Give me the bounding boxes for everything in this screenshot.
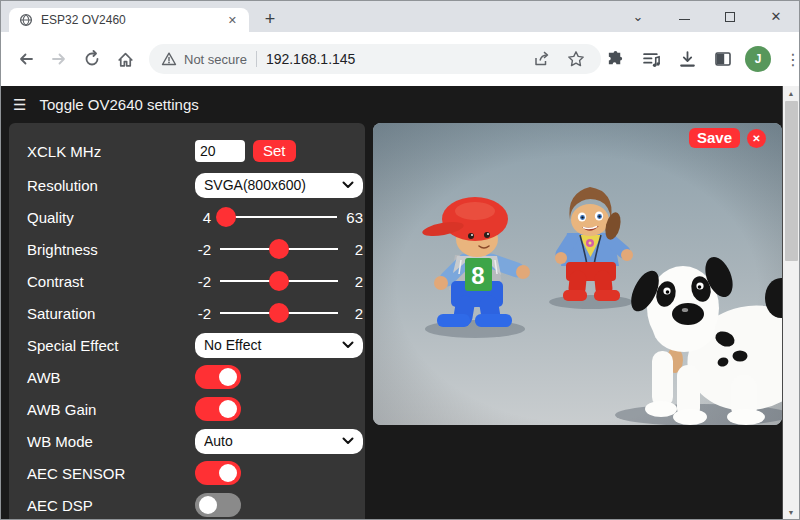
xclk-set-button[interactable]: Set bbox=[253, 140, 296, 162]
awb-gain-label: AWB Gain bbox=[27, 401, 195, 418]
resolution-select[interactable]: SVGA(800x600) bbox=[195, 173, 363, 198]
setting-row-awb-gain: AWB Gain bbox=[27, 393, 365, 425]
wb-mode-select[interactable]: Auto bbox=[195, 429, 363, 454]
setting-row-special-effect: Special Effect No Effect bbox=[27, 329, 365, 361]
share-icon[interactable] bbox=[529, 46, 555, 72]
slider-thumb[interactable] bbox=[269, 303, 289, 323]
scroll-up-icon[interactable]: ▲ bbox=[783, 86, 799, 101]
maximize-button[interactable] bbox=[707, 1, 753, 32]
special-effect-value: No Effect bbox=[204, 337, 342, 353]
chevron-down-icon bbox=[342, 437, 354, 445]
awb-gain-toggle[interactable] bbox=[195, 397, 241, 421]
brightness-slider[interactable]: -2 2 bbox=[195, 241, 363, 258]
awb-label: AWB bbox=[27, 369, 195, 386]
media-controls-icon[interactable] bbox=[637, 45, 665, 73]
omnibox-divider bbox=[256, 51, 257, 67]
slider-min: -2 bbox=[195, 273, 211, 290]
setting-row-awb: AWB bbox=[27, 361, 365, 393]
toggle-knob bbox=[219, 464, 237, 482]
camera-still-duplo-figures: 8 bbox=[373, 123, 782, 425]
not-secure-warning-icon bbox=[161, 51, 177, 67]
slider-max: 2 bbox=[347, 305, 363, 322]
back-button[interactable] bbox=[11, 44, 41, 74]
special-effect-label: Special Effect bbox=[27, 337, 195, 354]
tab-esp32[interactable]: ESP32 OV2460 ✕ bbox=[9, 8, 249, 32]
page-content: ☰ Toggle OV2640 settings XCLK MHz Set Re… bbox=[1, 86, 799, 520]
slider-min: 4 bbox=[195, 209, 211, 226]
home-button[interactable] bbox=[110, 44, 140, 74]
slider-thumb[interactable] bbox=[216, 207, 236, 227]
extensions-puzzle-icon[interactable] bbox=[601, 45, 629, 73]
awb-toggle[interactable] bbox=[195, 365, 241, 389]
wb-mode-label: WB Mode bbox=[27, 433, 195, 450]
slider-min: -2 bbox=[195, 305, 211, 322]
saturation-label: Saturation bbox=[27, 305, 195, 322]
profile-avatar[interactable]: J bbox=[745, 46, 771, 72]
browser-toolbar: Not secure 192.168.1.145 bbox=[1, 32, 799, 86]
slider-track[interactable] bbox=[220, 312, 338, 314]
tab-title: ESP32 OV2460 bbox=[41, 13, 224, 27]
slider-min: -2 bbox=[195, 241, 211, 258]
reload-button[interactable] bbox=[77, 44, 107, 74]
toggle-knob bbox=[219, 368, 237, 386]
chevron-down-icon bbox=[342, 341, 354, 349]
tab-search-icon[interactable]: ⌄ bbox=[615, 1, 661, 32]
xclk-input[interactable] bbox=[195, 140, 245, 162]
side-panel-icon[interactable] bbox=[709, 45, 737, 73]
setting-row-saturation: Saturation -2 2 bbox=[27, 297, 365, 329]
setting-row-wb-mode: WB Mode Auto bbox=[27, 425, 365, 457]
setting-row-xclk: XCLK MHz Set bbox=[27, 133, 365, 169]
minimize-button[interactable] bbox=[661, 1, 707, 32]
page-scrollbar[interactable]: ▲ ▼ bbox=[782, 86, 799, 520]
setting-row-contrast: Contrast -2 2 bbox=[27, 265, 365, 297]
scrollbar-thumb[interactable] bbox=[785, 101, 798, 261]
toggle-knob bbox=[199, 496, 217, 514]
aec-sensor-toggle[interactable] bbox=[195, 461, 241, 485]
preview-close-button[interactable]: ✕ bbox=[747, 129, 766, 148]
url-text[interactable]: 192.168.1.145 bbox=[266, 51, 356, 67]
toolbar-right-icons: J ⋮ bbox=[601, 45, 800, 73]
forward-button[interactable] bbox=[44, 44, 74, 74]
address-bar[interactable]: Not secure 192.168.1.145 bbox=[149, 44, 601, 74]
special-effect-select[interactable]: No Effect bbox=[195, 333, 363, 358]
quality-slider[interactable]: 4 63 bbox=[195, 209, 363, 226]
security-label[interactable]: Not secure bbox=[184, 52, 247, 67]
tab-close-icon[interactable]: ✕ bbox=[224, 14, 241, 27]
setting-row-resolution: Resolution SVGA(800x600) bbox=[27, 169, 365, 201]
resolution-value: SVGA(800x600) bbox=[204, 177, 342, 193]
save-button[interactable]: Save bbox=[689, 128, 740, 148]
wb-mode-value: Auto bbox=[204, 433, 342, 449]
new-tab-button[interactable]: + bbox=[257, 6, 283, 32]
contrast-slider[interactable]: -2 2 bbox=[195, 273, 363, 290]
setting-row-aec-dsp: AEC DSP bbox=[27, 489, 365, 520]
svg-text:8: 8 bbox=[471, 262, 484, 289]
scroll-down-icon[interactable]: ▼ bbox=[783, 505, 799, 520]
settings-panel: XCLK MHz Set Resolution SVGA(800x600) Qu… bbox=[9, 123, 365, 520]
slider-track[interactable] bbox=[220, 248, 338, 250]
aec-sensor-label: AEC SENSOR bbox=[27, 465, 195, 482]
browser-menu-icon[interactable]: ⋮ bbox=[779, 45, 800, 73]
window-controls: ⌄ ✕ bbox=[615, 1, 799, 32]
slider-thumb[interactable] bbox=[269, 271, 289, 291]
page-header: ☰ Toggle OV2640 settings bbox=[1, 86, 799, 123]
slider-track[interactable] bbox=[220, 280, 338, 282]
slider-thumb[interactable] bbox=[269, 239, 289, 259]
slider-max: 63 bbox=[346, 209, 363, 226]
aec-dsp-label: AEC DSP bbox=[27, 497, 195, 514]
menu-hamburger-icon[interactable]: ☰ bbox=[13, 96, 26, 114]
toggle-knob bbox=[219, 400, 237, 418]
globe-icon bbox=[19, 13, 33, 27]
xclk-label: XCLK MHz bbox=[27, 143, 195, 160]
bookmark-star-icon[interactable] bbox=[563, 46, 589, 72]
setting-row-brightness: Brightness -2 2 bbox=[27, 233, 365, 265]
slider-max: 2 bbox=[347, 273, 363, 290]
window-close-button[interactable]: ✕ bbox=[753, 1, 799, 32]
saturation-slider[interactable]: -2 2 bbox=[195, 305, 363, 322]
setting-row-quality: Quality 4 63 bbox=[27, 201, 365, 233]
brightness-label: Brightness bbox=[27, 241, 195, 258]
download-icon[interactable] bbox=[673, 45, 701, 73]
page-title[interactable]: Toggle OV2640 settings bbox=[39, 96, 198, 113]
slider-max: 2 bbox=[347, 241, 363, 258]
slider-track[interactable] bbox=[220, 216, 337, 218]
aec-dsp-toggle[interactable] bbox=[195, 493, 241, 517]
